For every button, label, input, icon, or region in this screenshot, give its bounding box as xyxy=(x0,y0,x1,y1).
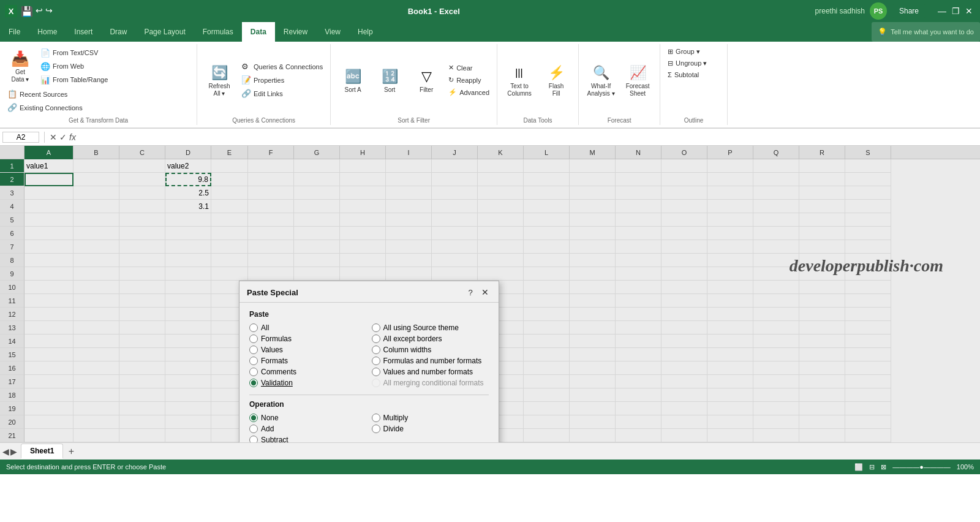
ungroup-button[interactable]: ⊟ Ungroup ▾ xyxy=(665,58,709,69)
op-add-option[interactable]: Add xyxy=(249,425,367,433)
paste-values-radio[interactable] xyxy=(249,346,258,354)
paste-validation-radio[interactable] xyxy=(249,379,258,387)
paste-merging-option[interactable]: All merging conditional formats xyxy=(372,379,489,387)
op-none-option[interactable]: None xyxy=(249,414,367,422)
sheet-scroll-left[interactable]: ◀ xyxy=(2,447,9,456)
formula-input[interactable] xyxy=(78,133,978,142)
tab-view[interactable]: View xyxy=(316,22,349,42)
sort-az-button[interactable]: 🔤 Sort A xyxy=(336,64,370,96)
share-button[interactable]: Share xyxy=(892,4,926,18)
refresh-all-button[interactable]: 🔄 RefreshAll ▾ xyxy=(202,61,236,100)
paste-formulas-radio[interactable] xyxy=(249,335,258,343)
tab-help[interactable]: Help xyxy=(349,22,382,42)
paste-values-num-option[interactable]: Values and number formats xyxy=(372,368,489,376)
user-avatar[interactable]: PS xyxy=(870,2,887,20)
paste-values-label: Values xyxy=(261,346,283,354)
subtotal-button[interactable]: Σ Subtotal xyxy=(665,70,701,80)
cancel-formula-icon[interactable]: ✕ xyxy=(50,132,57,142)
op-none-label: None xyxy=(261,414,279,422)
save-icon[interactable]: 💾 xyxy=(21,6,33,17)
paste-source-radio[interactable] xyxy=(372,323,380,332)
paste-except-borders-option[interactable]: All except borders xyxy=(372,335,489,343)
edit-links-button[interactable]: 🔗 Edit Links xyxy=(239,88,325,99)
op-multiply-radio[interactable] xyxy=(372,414,380,422)
forecast-sheet-button[interactable]: 📈 Forecast Sheet xyxy=(620,61,655,100)
paste-validation-option[interactable]: Validation xyxy=(249,379,367,387)
tab-review[interactable]: Review xyxy=(275,22,316,42)
sheet-scroll-right[interactable]: ▶ xyxy=(10,447,17,456)
tab-data[interactable]: Data xyxy=(242,22,275,42)
paste-formula-num-radio[interactable] xyxy=(372,357,380,365)
cell-reference[interactable] xyxy=(2,132,39,143)
section-divider-1 xyxy=(249,395,489,395)
what-if-button[interactable]: 🔍 What-IfAnalysis ▾ xyxy=(584,61,618,100)
close-button[interactable]: ✕ xyxy=(963,5,975,17)
recent-sources-button[interactable]: 📋 Recent Sources xyxy=(5,88,85,100)
op-none-radio[interactable] xyxy=(249,414,258,422)
normal-view-icon[interactable]: ⬜ xyxy=(854,463,863,471)
existing-connections-button[interactable]: 🔗 Existing Connections xyxy=(5,102,85,113)
sort-za-button[interactable]: 🔢 Sort xyxy=(372,64,407,96)
paste-except-borders-radio[interactable] xyxy=(372,335,380,343)
paste-merging-radio[interactable] xyxy=(372,379,380,387)
clear-icon: ✕ xyxy=(448,64,454,72)
op-divide-radio[interactable] xyxy=(372,425,380,433)
properties-button[interactable]: 📝 Properties xyxy=(239,74,325,86)
confirm-formula-icon[interactable]: ✓ xyxy=(59,132,67,142)
paste-comments-radio[interactable] xyxy=(249,368,258,376)
tab-formulas[interactable]: Formulas xyxy=(194,22,242,42)
paste-section-label: Paste xyxy=(249,310,489,319)
text-to-columns-button[interactable]: ⫼ Text toColumns xyxy=(502,61,537,100)
from-web-button[interactable]: 🌐 From Web xyxy=(38,61,110,72)
tab-draw[interactable]: Draw xyxy=(101,22,135,42)
tab-home[interactable]: Home xyxy=(29,22,66,42)
from-table-button[interactable]: 📊 From Table/Range xyxy=(38,74,110,86)
paste-all-option[interactable]: All xyxy=(249,323,367,332)
flash-icon: ⚡ xyxy=(546,63,566,83)
group-button[interactable]: ⊞ Group ▾ xyxy=(665,47,703,57)
paste-formats-option[interactable]: Formats xyxy=(249,357,367,365)
flash-fill-button[interactable]: ⚡ FlashFill xyxy=(539,61,573,100)
tab-pagelayout[interactable]: Page Layout xyxy=(135,22,194,42)
op-subtract-option[interactable]: Subtract xyxy=(249,436,367,442)
maximize-button[interactable]: ❐ xyxy=(949,5,962,17)
filter-button[interactable]: ▽ Filter xyxy=(409,64,443,96)
op-subtract-radio[interactable] xyxy=(249,436,258,442)
advanced-button[interactable]: ⚡ Advanced xyxy=(446,87,492,97)
paste-formulas-label: Formulas xyxy=(261,335,292,343)
paste-formula-num-option[interactable]: Formulas and number formats xyxy=(372,357,489,365)
paste-formulas-option[interactable]: Formulas xyxy=(249,335,367,343)
paste-col-widths-option[interactable]: Column widths xyxy=(372,346,489,354)
zoom-slider[interactable]: ————●———— xyxy=(892,463,951,471)
page-break-icon[interactable]: ⊠ xyxy=(881,463,886,471)
paste-formats-radio[interactable] xyxy=(249,357,258,365)
from-text-csv-button[interactable]: 📄 From Text/CSV xyxy=(38,47,110,59)
ribbon-search[interactable]: 💡 Tell me what you want to do xyxy=(872,22,980,42)
op-add-radio[interactable] xyxy=(249,425,258,433)
insert-function-icon[interactable]: fx xyxy=(69,132,76,142)
sheet-tab-sheet1[interactable]: Sheet1 xyxy=(21,444,63,459)
links-icon: 🔗 xyxy=(241,89,251,98)
paste-all-radio[interactable] xyxy=(249,323,258,332)
paste-values-option[interactable]: Values xyxy=(249,346,367,354)
paste-comments-option[interactable]: Comments xyxy=(249,368,367,376)
tab-insert[interactable]: Insert xyxy=(66,22,101,42)
add-sheet-button[interactable]: + xyxy=(64,445,78,458)
paste-source-option[interactable]: All using Source theme xyxy=(372,323,489,332)
op-multiply-option[interactable]: Multiply xyxy=(372,414,489,422)
queries-connections-button[interactable]: ⚙ Queries & Connections xyxy=(239,61,325,72)
paste-col-widths-radio[interactable] xyxy=(372,346,380,354)
dialog-close-button[interactable]: ✕ xyxy=(479,286,491,298)
undo-icon[interactable]: ↩ xyxy=(36,6,43,17)
op-divide-option[interactable]: Divide xyxy=(372,425,489,433)
get-data-button[interactable]: 📥 GetData ▾ xyxy=(5,47,36,86)
page-layout-icon[interactable]: ⊟ xyxy=(869,463,875,471)
formula-separator xyxy=(44,132,45,143)
clear-button[interactable]: ✕ Clear xyxy=(446,62,492,73)
minimize-button[interactable]: — xyxy=(936,5,948,17)
reapply-button[interactable]: ↻ Reapply xyxy=(446,75,492,85)
tab-file[interactable]: File xyxy=(0,22,29,42)
redo-icon[interactable]: ↪ xyxy=(45,6,53,17)
paste-values-num-radio[interactable] xyxy=(372,368,380,376)
dialog-help-icon[interactable]: ? xyxy=(464,286,477,298)
